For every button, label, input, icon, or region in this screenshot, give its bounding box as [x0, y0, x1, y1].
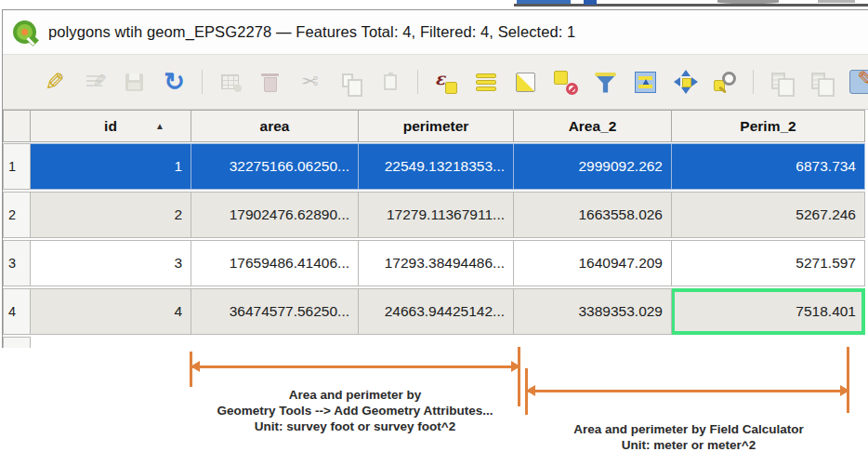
invert-selection-icon[interactable] [513, 70, 538, 95]
toolbar-separator [753, 70, 754, 94]
add-feature-icon[interactable] [217, 70, 243, 95]
table-row: 1 1 32275166.06250... 22549.13218353... … [3, 143, 868, 190]
new-field-icon[interactable] [769, 70, 794, 95]
title-bar: polygons wtih geom_EPSG2278 — Features T… [3, 10, 868, 54]
delete-field-icon[interactable] [809, 70, 834, 95]
cell-id[interactable]: 3 [31, 240, 191, 286]
cell-area2[interactable]: 1663558.026 [514, 192, 672, 238]
column-header-perimeter[interactable]: perimeter [359, 110, 514, 142]
cell-area2[interactable]: 3389353.029 [514, 288, 672, 335]
multi-edit-icon[interactable]: ✎ [82, 70, 107, 95]
toggle-editing-icon[interactable]: ✎ [42, 70, 67, 95]
cell-perimeter[interactable]: 17279.11367911... [359, 192, 514, 238]
background-window-fragment [818, 0, 855, 3]
cut-features-icon[interactable]: ✂ [297, 70, 322, 95]
cell-area[interactable]: 17659486.41406... [191, 240, 359, 286]
sort-asc-icon: ▲ [155, 121, 164, 131]
deselect-all-icon[interactable] [553, 70, 578, 95]
cell-id[interactable]: 2 [31, 192, 191, 238]
arrowhead-left-icon [191, 361, 200, 372]
field-calculator-icon[interactable]: ✎ [848, 70, 868, 95]
column-header-area2[interactable]: Area_2 [514, 110, 672, 142]
move-selection-to-top-icon[interactable] [633, 70, 658, 95]
table-row: 4 4 36474577.56250... 24663.94425142... … [3, 288, 868, 335]
select-all-icon[interactable] [473, 70, 498, 95]
cell-perimeter[interactable]: 22549.13218353... [359, 143, 514, 190]
reload-table-icon[interactable]: ↻ [162, 70, 187, 95]
table-header-row: id ▲ area perimeter Area_2 Perim_2 [3, 110, 868, 142]
cell-area[interactable]: 36474577.56250... [191, 288, 359, 335]
cell-perim2[interactable]: 5267.246 [672, 192, 865, 238]
column-header-id[interactable]: id ▲ [31, 110, 191, 142]
cell-area2[interactable]: 1640947.209 [514, 240, 672, 286]
cell-perim2[interactable]: 6873.734 [672, 143, 865, 190]
background-window-fragment [717, 0, 779, 4]
cell-area2[interactable]: 2999092.262 [514, 143, 672, 190]
pan-to-selection-icon[interactable] [673, 70, 698, 95]
window-title: polygons wtih geom_EPSG2278 — Features T… [48, 23, 575, 41]
bracket-right-end-tick [847, 347, 849, 413]
attribute-table-window: polygons wtih geom_EPSG2278 — Features T… [2, 9, 868, 348]
row-number[interactable]: 3 [3, 240, 31, 286]
copy-features-icon[interactable] [337, 70, 362, 95]
cell-area[interactable]: 17902476.62890... [191, 192, 359, 238]
paste-features-icon[interactable] [377, 70, 402, 95]
cell-area[interactable]: 32275166.06250... [191, 143, 359, 190]
cell-id[interactable]: 4 [31, 288, 191, 335]
table-row: 2 2 17902476.62890... 17279.11367911... … [3, 192, 868, 238]
background-window-edge [514, 4, 868, 7]
row-number[interactable]: 4 [3, 288, 31, 335]
column-header-perim2[interactable]: Perim_2 [672, 110, 865, 142]
attribute-table: id ▲ area perimeter Area_2 Perim_2 1 1 3… [3, 110, 868, 348]
cell-perimeter[interactable]: 17293.38494486... [359, 240, 514, 286]
toolbar-separator [202, 70, 203, 94]
save-edits-icon[interactable] [122, 70, 147, 95]
bracket-left-span-line [192, 365, 519, 368]
background-window-fragment [584, 0, 597, 5]
toolbar-separator [417, 70, 418, 94]
next-row-stub [3, 337, 31, 348]
filter-icon[interactable] [593, 70, 618, 95]
screenshot-stage: polygons wtih geom_EPSG2278 — Features T… [0, 0, 868, 465]
zoom-to-selection-icon[interactable] [713, 70, 738, 95]
select-by-expression-icon[interactable]: ε [433, 70, 458, 95]
annotation-geometry-tools: Area and perimeter by Geometry Tools -->… [158, 387, 552, 434]
qgis-logo-icon [12, 20, 37, 45]
cell-perim2[interactable]: 5271.597 [672, 240, 865, 286]
column-header-area[interactable]: area [191, 110, 359, 142]
row-number[interactable]: 1 [3, 143, 31, 190]
background-window-fragment [517, 0, 571, 4]
header-corner[interactable] [3, 110, 31, 142]
annotation-field-calculator: Area and perimeter by Field Calculator U… [525, 421, 852, 453]
row-number[interactable]: 2 [3, 192, 31, 238]
bracket-right-span-line [528, 390, 848, 392]
cell-perimeter[interactable]: 24663.94425142... [359, 288, 514, 335]
current-cell-perim2[interactable]: 7518.401 [672, 288, 865, 335]
table-row: 3 3 17659486.41406... 17293.38494486... … [3, 240, 868, 286]
cell-id[interactable]: 1 [31, 143, 191, 190]
attribute-table-toolbar: ✎ ✎ ↻ ✂ ε ✎ [3, 54, 868, 110]
delete-features-icon[interactable] [257, 70, 283, 95]
